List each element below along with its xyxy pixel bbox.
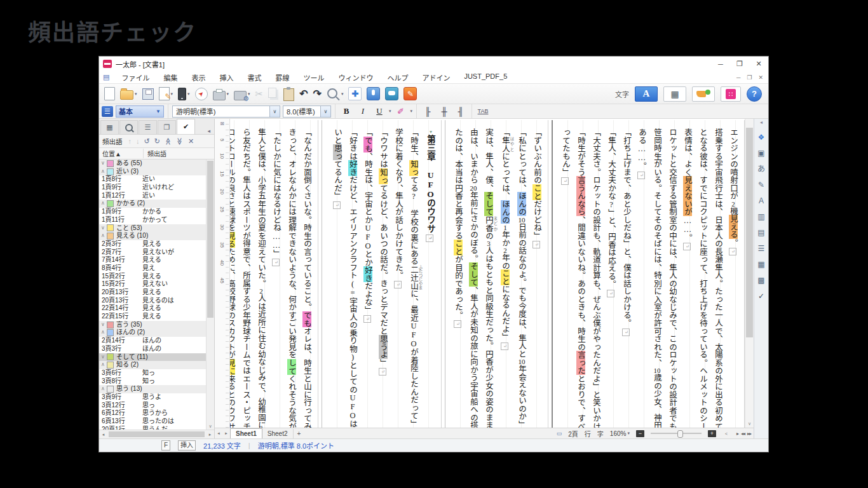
mode-box[interactable]: F: [161, 440, 170, 451]
scrollbar-thumb[interactable]: [109, 431, 205, 437]
word-occurrence-row[interactable]: 15頁2行見える: [99, 273, 214, 281]
help-button[interactable]: ?: [747, 86, 762, 102]
word-column-header[interactable]: 頻出語: [144, 149, 166, 158]
word-group-row[interactable]: ∨こと (53): [99, 224, 214, 233]
word-group-row[interactable]: ∧見える (10): [99, 232, 214, 240]
dropdown-arrow-icon[interactable]: ▾: [135, 92, 137, 97]
collapse-icon[interactable]: ∧: [99, 385, 107, 393]
last-page-icon[interactable]: ▸▸: [747, 431, 751, 437]
collapse-icon[interactable]: ∧: [99, 168, 107, 176]
word-occurrence-row[interactable]: 1頁8行近い: [99, 175, 214, 184]
navigation-compass-button[interactable]: [194, 86, 209, 102]
align-center-button[interactable]: ╫: [437, 105, 451, 117]
chevron-down-icon[interactable]: ∨: [320, 106, 330, 117]
panel-tab-pages[interactable]: ❐: [158, 120, 176, 134]
word-group-row[interactable]: ∧かかる (2): [99, 200, 214, 208]
balloon-mode-button[interactable]: [692, 86, 715, 102]
word-occurrence-row[interactable]: 6頁13行思ったのは: [99, 417, 214, 426]
align-bottom-button[interactable]: ╢: [454, 105, 468, 117]
highlight-pen-button[interactable]: ✐: [394, 105, 408, 117]
panel-tab-check[interactable]: ✔: [177, 119, 195, 134]
page-layout-icon[interactable]: ▭: [557, 430, 562, 437]
collapse-all-icon[interactable]: ≪: [164, 137, 172, 145]
photo-tool-icon[interactable]: ▣: [757, 149, 764, 157]
word-occurrence-row[interactable]: 3頁8行知っ: [99, 377, 214, 386]
collapse-icon[interactable]: ∧: [99, 200, 107, 208]
corner-button[interactable]: <: [722, 431, 730, 436]
filter-close-icon[interactable]: ✕: [188, 137, 194, 146]
word-occurrence-row[interactable]: 20頁13行見えるのは: [99, 297, 214, 305]
underline-button[interactable]: U: [372, 105, 386, 117]
document-vertical-scrollbar[interactable]: ∨: [745, 119, 754, 428]
scroll-right-icon[interactable]: ▸: [206, 432, 214, 437]
collapse-icon[interactable]: ∧: [99, 361, 107, 369]
word-occurrence-row[interactable]: 2頁7行見えないが: [99, 248, 214, 257]
dropdown-arrow-icon[interactable]: ▾: [227, 92, 229, 97]
image-tool-icon[interactable]: ▩: [757, 276, 764, 284]
word-occurrence-row[interactable]: 22頁15行見える: [99, 313, 214, 321]
word-occurrence-row[interactable]: 22頁14行見える: [99, 304, 214, 313]
proofread-tool-icon[interactable]: ✎: [758, 181, 764, 189]
word-occurrence-row[interactable]: 20頁1行思うんだ: [99, 426, 214, 430]
italic-button[interactable]: I: [356, 105, 370, 117]
new-document-button[interactable]: [103, 86, 116, 102]
insert-window-icon[interactable]: ▥: [757, 213, 764, 220]
open-folder-button[interactable]: ▾: [119, 86, 139, 101]
menu-icon[interactable]: ☰: [102, 106, 113, 117]
zoom-select[interactable]: 160% ▾: [610, 430, 630, 437]
edit-document-button[interactable]: ▾: [158, 86, 175, 102]
menu-ツール[interactable]: ツール: [296, 72, 331, 83]
menu-JUST_PDF_5[interactable]: JUST_PDF_5: [457, 72, 514, 83]
position-column-header[interactable]: 位置▲: [99, 149, 144, 158]
search-button[interactable]: ▾: [325, 86, 345, 102]
save-button[interactable]: [141, 87, 155, 101]
sheet-next-icon[interactable]: ▸: [222, 431, 230, 436]
menu-書式[interactable]: 書式: [240, 72, 268, 83]
word-group-row[interactable]: ∨ある (55): [99, 159, 214, 168]
word-occurrence-row[interactable]: 1頁11行かかって: [99, 216, 214, 224]
copy-window-icon[interactable]: ▤: [757, 229, 764, 236]
cut-button[interactable]: ✂: [254, 87, 265, 101]
expand-icon[interactable]: ∨: [99, 321, 107, 329]
copy-button[interactable]: [267, 86, 280, 101]
redo-button[interactable]: ↷: [312, 88, 323, 100]
collapse-icon[interactable]: ∧: [99, 232, 107, 240]
close-button[interactable]: ✕: [749, 57, 768, 71]
comment-button[interactable]: [384, 86, 400, 102]
font-select[interactable]: 游明朝(標準) ∨: [172, 105, 280, 118]
align-top-button[interactable]: ╟: [421, 105, 435, 117]
justsystems-button[interactable]: [721, 86, 741, 102]
paste-button[interactable]: [282, 86, 295, 102]
zoom-out-button[interactable]: −: [636, 430, 644, 437]
chevron-down-icon[interactable]: ▾: [389, 109, 391, 114]
word-occurrence-row[interactable]: 1頁9行かかる: [99, 208, 214, 216]
panel-tab-search[interactable]: [119, 120, 138, 134]
next-page-icon[interactable]: ▸: [736, 431, 738, 437]
word-occurrence-row[interactable]: 15頁2行見えない: [99, 280, 214, 288]
feature-grid-icon[interactable]: ❖: [758, 133, 765, 141]
expand-icon[interactable]: ∨: [99, 159, 107, 168]
word-occurrence-row[interactable]: 2頁3行見える: [99, 240, 214, 248]
panel-vertical-scrollbar[interactable]: ∨: [206, 159, 214, 430]
print-button[interactable]: ▾: [212, 86, 231, 102]
word-group-row[interactable]: ∧思う (13): [99, 385, 214, 393]
add-in-button[interactable]: ✚: [347, 86, 363, 102]
tab-button[interactable]: TAB: [476, 105, 490, 117]
expand-icon[interactable]: ∨: [99, 353, 107, 362]
grid-mode-button[interactable]: ▦: [663, 86, 686, 102]
menu-表示[interactable]: 表示: [184, 72, 212, 83]
word-group-row[interactable]: ∧近い (3): [99, 168, 214, 176]
scrollbar-thumb[interactable]: [207, 161, 214, 318]
redo-list-icon[interactable]: ↻: [154, 137, 160, 146]
bold-button[interactable]: B: [339, 105, 353, 117]
panel-horizontal-scrollbar[interactable]: ◂ ▸: [99, 430, 214, 438]
undo-button[interactable]: ↶: [298, 88, 309, 100]
scroll-down-icon[interactable]: ∨: [207, 423, 214, 430]
menu-ファイル[interactable]: ファイル: [114, 72, 156, 83]
zoom-slider-thumb[interactable]: [677, 430, 683, 438]
zoom-slider[interactable]: [651, 433, 702, 434]
sheet-prev-icon[interactable]: ◂: [215, 431, 222, 436]
word-occurrence-row[interactable]: 1頁9行近いけれど: [99, 184, 214, 192]
menu-挿入[interactable]: 挿入: [212, 72, 240, 83]
undo-list-icon[interactable]: ↺: [144, 137, 150, 146]
